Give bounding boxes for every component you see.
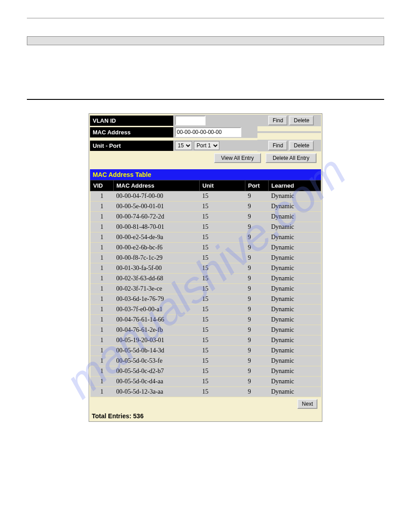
mac-address-table: VID MAC Address Unit Port Learned 100-00… [90, 180, 321, 397]
table-row: 100-00-e2-6b-bc-f6159Dynamic [90, 243, 321, 253]
cell-unit: 15 [200, 325, 245, 335]
table-row: 100-00-74-60-72-2d159Dynamic [90, 212, 321, 222]
cell-mac: 00-04-76-61-2e-fb [114, 325, 200, 335]
cell-learned: Dynamic [269, 253, 321, 263]
cell-vid: 1 [90, 222, 114, 232]
table-row: 100-04-76-61-14-66159Dynamic [90, 315, 321, 325]
cell-learned: Dynamic [269, 191, 321, 202]
cell-unit: 15 [200, 191, 245, 202]
cell-unit: 15 [200, 253, 245, 263]
cell-mac: 00-01-30-fa-5f-00 [114, 263, 200, 274]
cell-unit: 15 [200, 356, 245, 366]
cell-vid: 1 [90, 212, 114, 222]
cell-port: 9 [245, 243, 269, 253]
cell-mac: 00-02-3f-63-dd-68 [114, 274, 200, 284]
cell-learned: Dynamic [269, 325, 321, 335]
cell-port: 9 [245, 191, 269, 202]
cell-port: 9 [245, 387, 269, 397]
cell-port: 9 [245, 253, 269, 263]
vlan-id-input[interactable] [175, 116, 206, 125]
cell-port: 9 [245, 346, 269, 356]
mac-address-label: MAC Address [90, 127, 173, 137]
port-select[interactable]: Port 1 [194, 141, 219, 150]
cell-mac: 00-05-5d-0b-14-3d [114, 346, 200, 356]
cell-vid: 1 [90, 202, 114, 212]
cell-learned: Dynamic [269, 243, 321, 253]
cell-vid: 1 [90, 315, 114, 325]
cell-vid: 1 [90, 356, 114, 366]
table-row: 100-05-5d-0c-53-fe159Dynamic [90, 356, 321, 366]
view-all-button[interactable]: View All Entry [214, 153, 261, 163]
table-row: 100-05-19-20-03-01159Dynamic [90, 335, 321, 346]
cell-vid: 1 [90, 243, 114, 253]
delete-all-button[interactable]: Delete All Entry [265, 153, 317, 163]
next-button[interactable]: Next [297, 399, 317, 409]
header-vid: VID [90, 180, 114, 191]
cell-unit: 15 [200, 315, 245, 325]
cell-vid: 1 [90, 366, 114, 377]
table-title: MAC Address Table [90, 169, 321, 180]
table-row: 100-03-6d-1e-76-79159Dynamic [90, 294, 321, 305]
cell-port: 9 [245, 377, 269, 387]
cell-port: 9 [245, 305, 269, 315]
cell-unit: 15 [200, 232, 245, 243]
cell-mac: 00-00-04-7f-00-00 [114, 191, 200, 202]
cell-learned: Dynamic [269, 222, 321, 232]
cell-unit: 15 [200, 294, 245, 305]
cell-unit: 15 [200, 366, 245, 377]
cell-mac: 00-00-e2-54-de-9a [114, 232, 200, 243]
table-row: 100-00-f8-7c-1c-29159Dynamic [90, 253, 321, 263]
cell-mac: 00-00-81-48-70-01 [114, 222, 200, 232]
table-row: 100-00-e2-54-de-9a159Dynamic [90, 232, 321, 243]
table-row: 100-00-04-7f-00-00159Dynamic [90, 191, 321, 202]
cell-port: 9 [245, 202, 269, 212]
cell-learned: Dynamic [269, 305, 321, 315]
header-port: Port [245, 180, 269, 191]
cell-mac: 00-00-74-60-72-2d [114, 212, 200, 222]
cell-port: 9 [245, 335, 269, 346]
mac-address-input[interactable] [175, 127, 241, 137]
cell-learned: Dynamic [269, 232, 321, 243]
cell-learned: Dynamic [269, 284, 321, 294]
cell-port: 9 [245, 274, 269, 284]
cell-port: 9 [245, 325, 269, 335]
cell-learned: Dynamic [269, 212, 321, 222]
cell-vid: 1 [90, 294, 114, 305]
cell-vid: 1 [90, 305, 114, 315]
cell-vid: 1 [90, 232, 114, 243]
find-port-button[interactable]: Find [268, 141, 287, 150]
cell-unit: 15 [200, 335, 245, 346]
cell-port: 9 [245, 232, 269, 243]
cell-unit: 15 [200, 274, 245, 284]
cell-mac: 00-03-7f-e0-00-a1 [114, 305, 200, 315]
cell-mac: 00-02-3f-71-3e-ce [114, 284, 200, 294]
table-row: 100-05-5d-0c-d4-aa159Dynamic [90, 377, 321, 387]
cell-mac: 00-05-5d-12-3a-aa [114, 387, 200, 397]
table-row: 100-05-5d-0b-14-3d159Dynamic [90, 346, 321, 356]
gray-bar [27, 36, 384, 45]
cell-unit: 15 [200, 387, 245, 397]
table-row: 100-05-5d-12-3a-aa159Dynamic [90, 387, 321, 397]
cell-port: 9 [245, 315, 269, 325]
cell-unit: 15 [200, 305, 245, 315]
cell-mac: 00-05-5d-0c-53-fe [114, 356, 200, 366]
cell-port: 9 [245, 356, 269, 366]
delete-port-button[interactable]: Delete [289, 141, 314, 150]
delete-vlan-button[interactable]: Delete [289, 116, 314, 125]
cell-vid: 1 [90, 387, 114, 397]
cell-vid: 1 [90, 377, 114, 387]
divider-line-2 [27, 99, 384, 100]
cell-vid: 1 [90, 335, 114, 346]
cell-learned: Dynamic [269, 315, 321, 325]
cell-mac: 00-05-5d-0c-d4-aa [114, 377, 200, 387]
header-unit: Unit [200, 180, 245, 191]
unit-select[interactable]: 15 [175, 141, 192, 150]
table-row: 100-04-76-61-2e-fb159Dynamic [90, 325, 321, 335]
cell-mac: 00-00-f8-7c-1c-29 [114, 253, 200, 263]
find-vlan-button[interactable]: Find [268, 116, 287, 125]
unit-port-label: Unit - Port [90, 141, 173, 151]
cell-vid: 1 [90, 284, 114, 294]
cell-learned: Dynamic [269, 387, 321, 397]
cell-unit: 15 [200, 212, 245, 222]
cell-learned: Dynamic [269, 335, 321, 346]
